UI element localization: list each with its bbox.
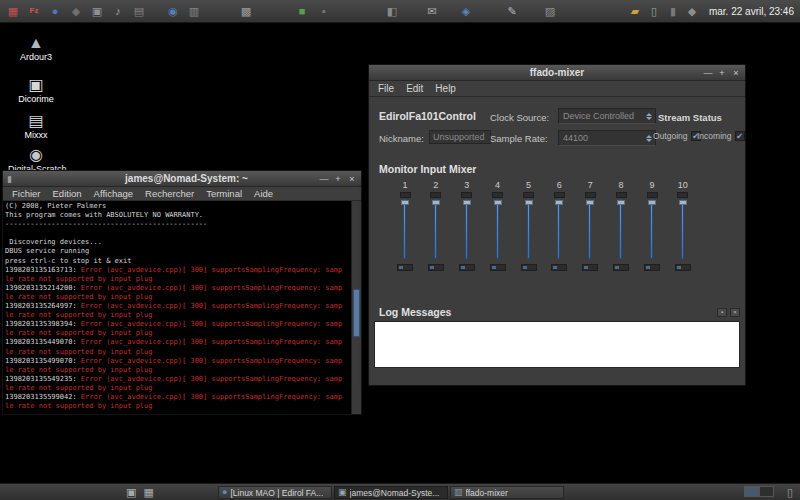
channel-volume-slider[interactable] <box>461 199 473 259</box>
channel-value-box[interactable] <box>492 192 503 198</box>
channel-volume-slider[interactable] <box>584 199 596 259</box>
channel-meter-box[interactable] <box>397 264 413 271</box>
slider-handle-icon[interactable] <box>617 200 625 205</box>
terminal-menu-terminal[interactable]: Terminal <box>200 188 248 199</box>
taskbar-button-terminal[interactable]: ▣james@Nomad-Syste... <box>334 486 448 499</box>
channel-volume-slider[interactable] <box>399 199 411 259</box>
taskbar-button-browser[interactable]: ●[Linux MAO | Edirol FA... <box>218 486 332 499</box>
utility-app-icon[interactable]: ▪ <box>316 0 332 22</box>
channel-meter-box[interactable] <box>551 264 567 271</box>
volume-status-icon[interactable]: ◆ <box>684 0 700 22</box>
minimize-icon[interactable]: — <box>703 65 713 81</box>
channel-value-box[interactable] <box>523 192 534 198</box>
channel-value-box[interactable] <box>585 192 596 198</box>
terminal-menu-edition[interactable]: Edition <box>47 188 88 199</box>
archive-app-icon[interactable]: ▨ <box>542 0 558 22</box>
channel-value-box[interactable] <box>616 192 627 198</box>
slider-handle-icon[interactable] <box>463 200 471 205</box>
slider-handle-icon[interactable] <box>432 200 440 205</box>
channel-value-box[interactable] <box>677 192 688 198</box>
channel-volume-slider[interactable] <box>523 199 535 259</box>
filezilla-icon[interactable]: Fz <box>26 0 42 22</box>
close-icon[interactable]: × <box>347 171 357 187</box>
taskbar-button-mixer[interactable]: ▥ffado-mixer <box>450 486 564 499</box>
slider-handle-icon[interactable] <box>648 200 656 205</box>
terminal-titlebar[interactable]: ▮ james@Nomad-System: ~ —+× <box>3 171 361 187</box>
channel-value-box[interactable] <box>430 192 441 198</box>
channel-meter-box[interactable] <box>613 264 629 271</box>
workspace-2-cell[interactable] <box>759 486 774 497</box>
mail-app-icon[interactable]: ✉ <box>424 0 440 22</box>
channel-meter-box[interactable] <box>490 264 506 271</box>
slider-handle-icon[interactable] <box>525 200 533 205</box>
channel-volume-slider[interactable] <box>615 199 627 259</box>
channel-meter-box[interactable] <box>428 264 444 271</box>
clock-source-combo[interactable]: Device Controlled <box>558 108 656 124</box>
maximize-icon[interactable]: + <box>717 65 727 81</box>
minimize-icon[interactable]: — <box>319 171 329 187</box>
audio-tool-icon[interactable]: ◈ <box>458 0 474 22</box>
channel-value-box[interactable] <box>554 192 565 198</box>
text-editor-icon[interactable]: ▣ <box>89 0 105 22</box>
terminal-menu-rechercher[interactable]: Rechercher <box>139 188 200 199</box>
log-pin-icon[interactable]: ▪ <box>717 308 727 317</box>
desktop-icon-mixxx[interactable]: ▤Mixxx <box>8 112 64 140</box>
desktop-icon-ardour3[interactable]: ▲Ardour3 <box>8 34 64 62</box>
channel-meter-box[interactable] <box>521 264 537 271</box>
slider-handle-icon[interactable] <box>555 200 563 205</box>
network-tool-icon[interactable]: ◉ <box>165 0 181 22</box>
documents-app-icon[interactable]: ▥ <box>186 0 202 22</box>
channel-value-box[interactable] <box>461 192 472 198</box>
network-status-icon[interactable]: ▮ <box>665 0 681 22</box>
terminal-output[interactable]: (C) 2008, Pieter PalmersThis program com… <box>5 202 350 414</box>
mixer-menu-help[interactable]: Help <box>429 83 462 94</box>
terminal-scrollbar-thumb[interactable] <box>353 289 360 337</box>
web-browser-icon[interactable]: ● <box>47 0 63 22</box>
mixer-menu-edit[interactable]: Edit <box>400 83 429 94</box>
slider-handle-icon[interactable] <box>494 200 502 205</box>
close-icon[interactable]: × <box>731 65 741 81</box>
channel-value-box[interactable] <box>400 192 411 198</box>
trash-icon[interactable]: ▯ <box>787 486 793 499</box>
terminal-menu-aide[interactable]: Aide <box>248 188 279 199</box>
channel-meter-box[interactable] <box>459 264 475 271</box>
media-player-icon[interactable]: ◆ <box>68 0 84 22</box>
music-app-icon[interactable]: ♪ <box>110 0 126 22</box>
pencil-tool-icon[interactable]: ✎ <box>504 0 520 22</box>
nickname-field[interactable]: Unsupported <box>429 130 491 144</box>
window-list-icon[interactable]: ▣ <box>126 486 136 499</box>
terminal-body[interactable]: (C) 2008, Pieter PalmersThis program com… <box>3 201 361 414</box>
channel-meter-box[interactable] <box>582 264 598 271</box>
terminal-menu-affichage[interactable]: Affichage <box>88 188 139 199</box>
channel-meter-box[interactable] <box>644 264 660 271</box>
mixer-titlebar[interactable]: ffado-mixer —+× <box>369 65 745 81</box>
terminal-scrollbar[interactable] <box>351 201 361 414</box>
folder-status-icon[interactable]: ▰ <box>627 0 643 22</box>
channel-meter-box[interactable] <box>675 264 691 271</box>
show-desktop-icon[interactable]: ▦ <box>143 486 153 499</box>
maximize-icon[interactable]: + <box>333 171 343 187</box>
applications-menu-icon[interactable]: ▦ <box>5 0 21 22</box>
file-manager-icon[interactable]: ▤ <box>131 0 147 22</box>
channel-value-box[interactable] <box>647 192 658 198</box>
desktop-icon-dicorime[interactable]: ▣Dicorime <box>8 76 64 104</box>
channel-volume-slider[interactable] <box>492 199 504 259</box>
clipboard-status-icon[interactable]: ▯ <box>646 0 662 22</box>
system-monitor-icon[interactable]: ▩ <box>238 0 254 22</box>
panel-clock[interactable]: mar. 22 avril, 23:46 <box>709 6 794 17</box>
channel-volume-slider[interactable] <box>677 199 689 259</box>
settings-app-icon[interactable]: ◧ <box>384 0 400 22</box>
log-close-icon[interactable]: × <box>730 308 740 317</box>
chat-app-icon[interactable]: ■ <box>294 0 310 22</box>
channel-volume-slider[interactable] <box>646 199 658 259</box>
channel-volume-slider[interactable] <box>430 199 442 259</box>
incoming-checkbox[interactable]: ✔ <box>735 131 745 141</box>
slider-handle-icon[interactable] <box>679 200 687 205</box>
workspace-1-cell[interactable] <box>744 486 759 497</box>
slider-handle-icon[interactable] <box>401 200 409 205</box>
channel-volume-slider[interactable] <box>553 199 565 259</box>
slider-handle-icon[interactable] <box>586 200 594 205</box>
terminal-menu-fichier[interactable]: Fichier <box>6 188 47 199</box>
sample-rate-combo[interactable]: 44100 <box>558 130 656 146</box>
log-messages-area[interactable] <box>374 321 740 368</box>
